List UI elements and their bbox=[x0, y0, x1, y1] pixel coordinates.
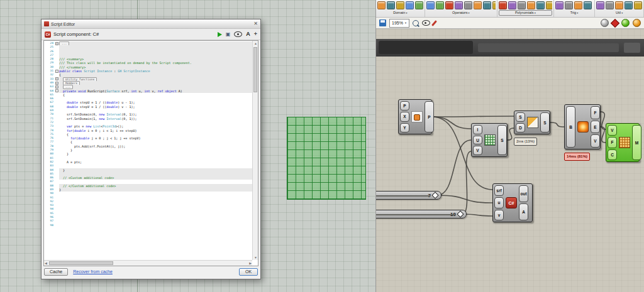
component-icon[interactable] bbox=[483, 1, 491, 9]
component-icon[interactable] bbox=[396, 1, 404, 9]
ribbon-group-label[interactable]: Util bbox=[596, 10, 642, 16]
input-port-Y[interactable]: Y bbox=[400, 123, 409, 132]
wire[interactable] bbox=[432, 117, 471, 129]
wire[interactable] bbox=[550, 122, 564, 127]
input-port-V[interactable]: V bbox=[608, 125, 617, 136]
component-construct-mesh[interactable]: VFCM bbox=[606, 123, 640, 162]
script-editor-titlebar[interactable]: Script Editor ✕ bbox=[42, 19, 260, 29]
component-divide-domain[interactable]: IUVS bbox=[471, 123, 508, 157]
ribbon-group-label[interactable]: Trig bbox=[555, 10, 593, 16]
component-isotrim[interactable]: SDS bbox=[514, 111, 550, 134]
input-port-u[interactable]: u bbox=[494, 197, 504, 208]
component-icon[interactable] bbox=[584, 1, 592, 9]
wire[interactable] bbox=[462, 214, 492, 216]
component-deconstruct-brep[interactable]: BFEV bbox=[564, 104, 601, 149]
component-icon[interactable] bbox=[455, 1, 463, 9]
input-port-U[interactable]: U bbox=[473, 136, 482, 145]
input-port-D[interactable]: D bbox=[516, 123, 525, 132]
input-port-V[interactable]: V bbox=[473, 146, 482, 155]
output-port-E[interactable]: E bbox=[591, 121, 600, 134]
script-editor-window[interactable]: Script Editor ✕ C# Script component: C# … bbox=[41, 19, 261, 279]
component-icon[interactable] bbox=[445, 1, 453, 9]
input-port-srf[interactable]: srf bbox=[494, 185, 504, 196]
component-icon[interactable] bbox=[474, 1, 482, 9]
scroll-down-icon[interactable]: ▼ bbox=[254, 255, 257, 260]
input-port-X[interactable]: X bbox=[400, 112, 409, 121]
component-icon[interactable] bbox=[634, 1, 642, 9]
cache-button[interactable]: Cache bbox=[44, 268, 68, 276]
component-icon[interactable] bbox=[546, 1, 552, 9]
component-icon[interactable] bbox=[415, 1, 423, 9]
input-port-v[interactable]: v bbox=[494, 210, 504, 220]
number-slider[interactable]: 10 bbox=[376, 210, 467, 219]
solver-disable-icon[interactable] bbox=[611, 18, 619, 27]
output-port-M[interactable]: M bbox=[632, 125, 641, 160]
wire[interactable] bbox=[508, 128, 514, 140]
fold-toggle-icon[interactable]: − bbox=[55, 89, 58, 92]
output-port-P[interactable]: P bbox=[425, 101, 434, 132]
ribbon-group-label[interactable]: Domain bbox=[377, 10, 423, 16]
component-icon[interactable] bbox=[527, 1, 535, 9]
component-icon[interactable] bbox=[492, 1, 496, 9]
component-icon[interactable] bbox=[555, 1, 564, 9]
fold-toggle-icon[interactable]: + bbox=[55, 85, 58, 89]
input-port-F[interactable]: F bbox=[608, 137, 617, 148]
vertical-scrollbar[interactable]: ▲ ▼ bbox=[252, 41, 258, 260]
component-icon[interactable] bbox=[499, 1, 507, 9]
component-icon[interactable] bbox=[518, 1, 526, 9]
input-port-I[interactable]: I bbox=[473, 125, 482, 134]
selected-surface-preview[interactable] bbox=[287, 117, 366, 200]
scroll-up-icon[interactable]: ▲ bbox=[254, 41, 257, 46]
input-port-C[interactable]: C bbox=[608, 149, 617, 160]
save-icon[interactable] bbox=[379, 19, 386, 26]
preview-eye-icon[interactable] bbox=[234, 31, 242, 37]
component-icon[interactable] bbox=[464, 1, 472, 9]
close-icon[interactable]: ✕ bbox=[253, 21, 258, 26]
component-icon[interactable] bbox=[387, 1, 395, 9]
preview-custom-icon[interactable] bbox=[633, 19, 641, 27]
chevron-down-icon[interactable]: ▼ bbox=[404, 21, 407, 24]
check-code-icon[interactable]: ▣ bbox=[226, 32, 231, 37]
zoom-level-dropdown[interactable]: 195% ▼ bbox=[389, 19, 409, 28]
component-icon[interactable] bbox=[596, 1, 604, 9]
component-icon[interactable] bbox=[436, 1, 444, 9]
horizontal-scrollbar[interactable]: ◀ ▶ bbox=[44, 260, 252, 266]
font-icon[interactable]: A bbox=[246, 31, 250, 37]
output-port-S[interactable]: S bbox=[540, 112, 550, 132]
input-port-S[interactable]: S bbox=[516, 112, 525, 122]
slider-grip-icon[interactable] bbox=[431, 192, 438, 198]
input-port-B[interactable]: B bbox=[566, 106, 575, 148]
number-slider[interactable]: 7 bbox=[376, 191, 441, 200]
component-icon[interactable] bbox=[574, 1, 582, 9]
component-icon[interactable] bbox=[406, 1, 414, 9]
component-icon[interactable] bbox=[536, 1, 545, 9]
fold-toggle-icon[interactable]: + bbox=[55, 77, 58, 80]
recover-from-cache-link[interactable]: Recover from cache bbox=[73, 269, 113, 274]
output-port-out[interactable]: out bbox=[519, 185, 528, 202]
preview-shaded-icon[interactable] bbox=[601, 19, 609, 27]
component-icon[interactable] bbox=[606, 1, 614, 9]
output-port-S[interactable]: S bbox=[497, 125, 507, 155]
component-plane-surface[interactable]: PXYP bbox=[398, 99, 432, 134]
sketch-pen-icon[interactable] bbox=[431, 20, 437, 26]
fold-toggle-icon[interactable]: + bbox=[55, 82, 58, 85]
output-port-A[interactable]: A bbox=[519, 203, 528, 220]
code-editor[interactable]: 24+...25262728/// <summary>29/// This cl… bbox=[43, 40, 258, 266]
output-port-V[interactable]: V bbox=[591, 134, 600, 148]
fold-toggle-icon[interactable]: − bbox=[55, 70, 58, 73]
preview-selected-icon[interactable] bbox=[621, 19, 630, 27]
wire[interactable] bbox=[437, 195, 492, 203]
scrollbar-thumb[interactable] bbox=[49, 261, 113, 265]
slider-grip-icon[interactable] bbox=[457, 210, 464, 217]
run-icon[interactable] bbox=[218, 32, 222, 37]
preview-eye-icon[interactable] bbox=[422, 20, 430, 26]
ribbon-group-label[interactable]: Polynomials bbox=[499, 10, 552, 16]
fold-toggle-icon[interactable]: + bbox=[55, 42, 58, 45]
scrollbar-thumb[interactable] bbox=[253, 47, 257, 92]
component-icon[interactable] bbox=[565, 1, 573, 9]
wire[interactable] bbox=[432, 116, 514, 117]
component-icon[interactable] bbox=[615, 1, 623, 9]
code-line[interactable] bbox=[59, 224, 252, 227]
input-port-P[interactable]: P bbox=[400, 101, 409, 111]
ok-button[interactable]: OK bbox=[239, 268, 258, 276]
